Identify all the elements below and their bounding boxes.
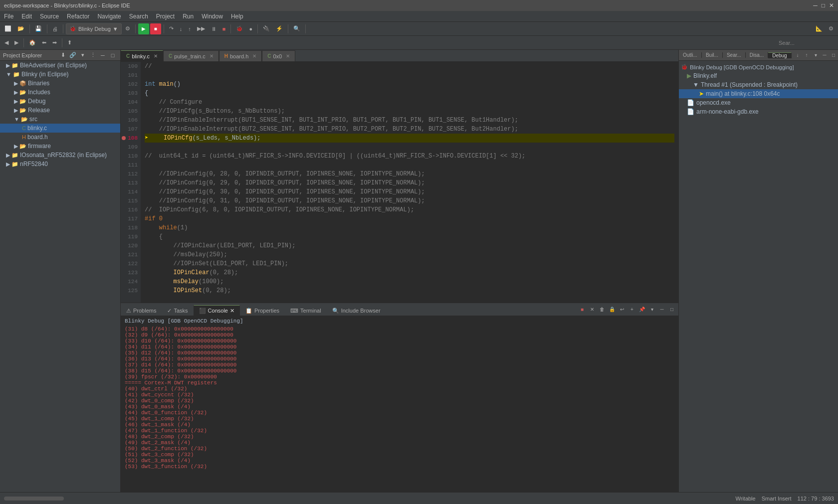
tab-close-btn[interactable]: ✕ [252, 53, 256, 59]
tab-console[interactable]: ⬛ Console ✕ [194, 305, 240, 316]
open-button[interactable]: 📂 [15, 23, 27, 34]
tab-outline[interactable]: Outli... [679, 52, 702, 58]
connect-btn[interactable]: 🔌 [260, 23, 272, 34]
tab-search[interactable]: Sear... [723, 52, 746, 58]
right-panel-maximize-btn[interactable]: □ [829, 51, 838, 60]
word-wrap-btn[interactable]: ↩ [618, 305, 627, 314]
pin-console-btn[interactable]: 📌 [637, 305, 646, 314]
tab-0x0[interactable]: C 0x0 ✕ [262, 50, 295, 61]
resume-btn[interactable]: ▶▶ [195, 23, 208, 34]
debug-gdb[interactable]: 📄 arm-none-eabi-gdb.exe [679, 107, 838, 116]
tab-board-h[interactable]: H board.h ✕ [219, 50, 262, 61]
tab-include-browser[interactable]: 🔍 Include Browser [327, 305, 386, 316]
search-input-btn[interactable]: Sear... [776, 37, 836, 48]
tab-close-btn[interactable]: ✕ [210, 53, 213, 59]
close-btn[interactable]: ✕ [829, 2, 834, 9]
minimize-btn[interactable]: ─ [813, 2, 818, 9]
menu-help[interactable]: Help [227, 12, 247, 21]
tree-item-binaries[interactable]: ▶ 📦 Binaries [0, 79, 120, 88]
debug-blinky-elf[interactable]: ▶ Blinky.elf [679, 71, 838, 80]
view-menu-console-btn[interactable]: ▾ [647, 305, 656, 314]
tree-item-firmware[interactable]: ▶ 📂 firmware [0, 142, 120, 151]
tab-properties[interactable]: 📋 Properties [240, 305, 285, 316]
menu-search[interactable]: Search [125, 12, 152, 21]
debug-config-dropdown[interactable]: 🐞 Blinky Debug ▼ [66, 23, 122, 34]
suspend-btn[interactable]: ⏸ [209, 23, 219, 34]
tree-item-board-h[interactable]: H board.h [0, 133, 120, 142]
tree-item-release[interactable]: ▶ 📂 Release [0, 106, 120, 115]
stop-console-btn[interactable]: ■ [578, 305, 587, 314]
stop-button[interactable]: ■ [150, 23, 161, 34]
tab-tasks[interactable]: ✓ Tasks [162, 305, 193, 316]
menu-window[interactable]: Window [198, 12, 227, 21]
scroll-lock-btn[interactable]: 🔒 [608, 305, 617, 314]
perspective-btn[interactable]: 📐 [813, 23, 825, 34]
debug-session[interactable]: 🐞 Blinky Debug [GDB OpenOCD Debugging] [679, 63, 838, 71]
menu-source[interactable]: Source [36, 12, 63, 21]
disconnect-btn[interactable]: ⚡ [273, 23, 285, 34]
search-btn-toolbar[interactable]: 🔍 [291, 23, 303, 34]
preferences-btn[interactable]: ⚙ [826, 23, 836, 34]
minimize-panel-btn[interactable]: ─ [98, 51, 107, 60]
right-panel-btn1[interactable]: ↓ [793, 51, 802, 60]
tab-close-btn[interactable]: ✕ [154, 53, 158, 59]
print-button[interactable]: 🖨 [50, 23, 60, 34]
filter-btn[interactable]: ▾ [78, 51, 87, 60]
tab-close-btn[interactable]: ✕ [230, 308, 234, 314]
last-edit-btn[interactable]: ⬆ [65, 37, 74, 48]
link-editor-btn[interactable]: 🔗 [68, 51, 77, 60]
window-controls[interactable]: ─ □ ✕ [813, 2, 834, 9]
debug-openocd[interactable]: 📄 openocd.exe [679, 98, 838, 107]
tab-build[interactable]: Buil... [702, 52, 723, 58]
menu-edit[interactable]: Edit [17, 12, 36, 21]
forward-btn[interactable]: ▶ [12, 37, 21, 48]
navigate-btn[interactable]: 🏠 [26, 37, 38, 48]
clear-console-btn[interactable]: ✕ [588, 305, 597, 314]
tree-item-blinky-c[interactable]: C blinky.c [0, 124, 120, 133]
menu-refactor[interactable]: Refactor [63, 12, 93, 21]
breakpoints-btn[interactable]: ● [246, 23, 255, 34]
right-panel-viewmenu-btn[interactable]: ▾ [811, 51, 820, 60]
debug-config-btn[interactable]: ⚙ [123, 23, 133, 34]
right-panel-minimize-btn[interactable]: ─ [820, 51, 829, 60]
tree-item-nrf52840[interactable]: ▶ 📁 nRF52840 [0, 160, 120, 168]
tree-item-iosonata[interactable]: ▶ 📁 IOsonata_nRF52832 (in Eclipse) [0, 151, 120, 160]
tab-close-btn[interactable]: ✕ [286, 53, 290, 59]
maximize-console-btn[interactable]: □ [667, 305, 676, 314]
code-content[interactable]: // int main() { // Configure //IOPinCfg(… [141, 62, 678, 303]
debug-frame-main[interactable]: ➤ main() at blinky.c:108 0x64c [679, 89, 838, 98]
tab-debug[interactable]: Debug [768, 52, 791, 58]
tab-blinky-c[interactable]: C blinky.c ✕ [121, 50, 163, 61]
tab-pulse-train[interactable]: C pulse_train.c ✕ [163, 50, 219, 61]
tree-item-blinky[interactable]: ▼ 📁 Blinky (in Eclipse) [0, 70, 120, 79]
debug-view-btn[interactable]: 🐞 [233, 23, 245, 34]
clear-console-btn2[interactable]: 🗑 [598, 305, 607, 314]
tree-item-bleadvertiser[interactable]: ▶ 📁 BleAdvertiser (in Eclipse) [0, 61, 120, 70]
step-over-btn[interactable]: ↷ [167, 23, 176, 34]
step-out-btn[interactable]: ↑ [186, 23, 194, 34]
back-btn[interactable]: ◀ [2, 37, 11, 48]
tab-terminal[interactable]: ⌨ Terminal [285, 305, 327, 316]
tree-item-debug[interactable]: ▶ 📂 Debug [0, 97, 120, 106]
debug-thread-1[interactable]: ▼ Thread #1 (Suspended : Breakpoint) [679, 80, 838, 89]
maximize-btn[interactable]: □ [822, 2, 825, 9]
menu-navigate[interactable]: Navigate [93, 12, 125, 21]
view-menu-btn[interactable]: ⋮ [88, 51, 97, 60]
terminate-btn[interactable]: ■ [220, 23, 228, 34]
tab-disassembly[interactable]: Disa... [746, 52, 768, 58]
save-button[interactable]: 💾 [32, 23, 44, 34]
menu-run[interactable]: Run [179, 12, 198, 21]
menu-file[interactable]: File [0, 12, 17, 21]
right-panel-btn2[interactable]: ↑ [802, 51, 811, 60]
minimize-console-btn[interactable]: ─ [657, 305, 666, 314]
new-button[interactable]: ⬜ [2, 23, 14, 34]
tree-item-includes[interactable]: ▶ 📂 Includes [0, 88, 120, 97]
prev-edit-btn[interactable]: ⬅ [39, 37, 49, 48]
code-editor[interactable]: 100 101 102 103 104 105 106 107 108 109 … [121, 62, 678, 303]
collapse-all-btn[interactable]: ⬇ [58, 51, 67, 60]
step-into-btn[interactable]: ↓ [177, 23, 185, 34]
maximize-panel-btn[interactable]: □ [108, 51, 117, 60]
tab-problems[interactable]: ⚠ Problems [121, 305, 162, 316]
new-console-btn[interactable]: + [628, 305, 636, 314]
next-edit-btn[interactable]: ➡ [50, 37, 59, 48]
